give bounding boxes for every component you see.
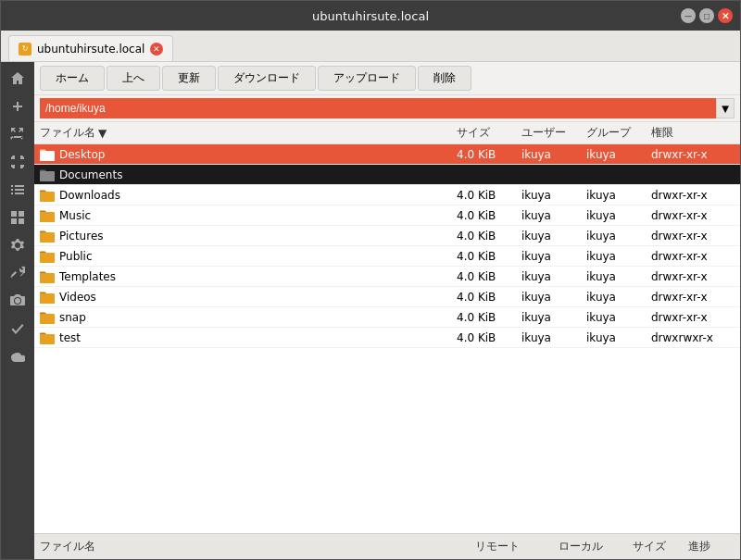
- maximize-button[interactable]: □: [699, 8, 714, 23]
- svg-rect-15: [40, 293, 46, 295]
- window-controls: ─ □ ✕: [681, 8, 733, 23]
- table-row[interactable]: Documents: [34, 165, 740, 185]
- file-rows: Desktop 4.0 KiB ikuya ikuya drwxr-xr-x D…: [34, 144, 740, 348]
- col-permissions: 権限: [651, 125, 735, 141]
- table-row[interactable]: snap 4.0 KiB ikuya ikuya drwxr-xr-x: [34, 307, 740, 328]
- svg-rect-5: [40, 192, 46, 193]
- file-name-cell: Music: [40, 209, 457, 222]
- folder-icon: [40, 331, 55, 344]
- svg-rect-1: [40, 151, 46, 153]
- tab-refresh-icon: ↻: [19, 43, 31, 56]
- col-filename[interactable]: ファイル名 ▼: [40, 125, 457, 141]
- col-size: サイズ: [457, 125, 521, 141]
- folder-icon: [40, 230, 55, 243]
- sidebar: [1, 62, 34, 559]
- col-user: ユーザー: [521, 125, 586, 141]
- table-row[interactable]: Pictures 4.0 KiB ikuya ikuya drwxr-xr-x: [34, 226, 740, 246]
- title-bar: ubuntuhirsute.local ─ □ ✕: [1, 1, 740, 31]
- table-row[interactable]: Templates 4.0 KiB ikuya ikuya drwxr-xr-x: [34, 267, 740, 287]
- tab-close-button[interactable]: ✕: [150, 43, 163, 56]
- folder-icon: [40, 291, 55, 304]
- path-bar: ▼: [34, 95, 740, 122]
- sidebar-compress-icon[interactable]: [5, 149, 31, 175]
- file-name-cell: Public: [40, 250, 457, 263]
- sidebar-cloud-icon[interactable]: [5, 343, 31, 369]
- tab-label: ubuntuhirsute.local: [37, 43, 144, 56]
- svg-rect-19: [40, 334, 46, 336]
- table-row[interactable]: Downloads 4.0 KiB ikuya ikuya drwxr-xr-x: [34, 185, 740, 205]
- sidebar-home-icon[interactable]: [5, 66, 31, 92]
- sidebar-list-icon[interactable]: [5, 177, 31, 203]
- tab-bar: ↻ ubuntuhirsute.local ✕: [1, 31, 740, 62]
- main-area: ホーム 上へ 更新 ダウンロード アップロード 削除 ▼ ファイル名 ▼: [34, 62, 740, 559]
- folder-icon: [40, 189, 55, 202]
- up-button[interactable]: 上へ: [107, 66, 160, 91]
- table-row[interactable]: Desktop 4.0 KiB ikuya ikuya drwxr-xr-x: [34, 144, 740, 165]
- sidebar-settings-icon[interactable]: [5, 232, 31, 258]
- svg-rect-3: [40, 171, 46, 173]
- download-button[interactable]: ダウンロード: [218, 66, 316, 91]
- folder-icon: [40, 311, 55, 324]
- folder-icon: [40, 250, 55, 263]
- table-row[interactable]: Public 4.0 KiB ikuya ikuya drwxr-xr-x: [34, 246, 740, 267]
- folder-icon: [40, 168, 55, 181]
- table-row[interactable]: Music 4.0 KiB ikuya ikuya drwxr-xr-x: [34, 205, 740, 226]
- sidebar-camera-icon[interactable]: [5, 288, 31, 314]
- close-button[interactable]: ✕: [718, 8, 733, 23]
- window-title: ubuntuhirsute.local: [312, 9, 429, 23]
- refresh-button[interactable]: 更新: [162, 66, 216, 91]
- tab-ubuntuhirsute[interactable]: ↻ ubuntuhirsute.local ✕: [8, 35, 173, 61]
- status-bar: ファイル名 リモート ローカル サイズ 進捗: [34, 533, 740, 559]
- status-progress-label: 進捗: [688, 539, 735, 554]
- file-name-cell: snap: [40, 311, 457, 324]
- svg-rect-13: [40, 273, 46, 275]
- col-group: グループ: [586, 125, 651, 141]
- file-list-container[interactable]: ファイル名 ▼ サイズ ユーザー グループ 権限: [34, 122, 740, 533]
- table-row[interactable]: Videos 4.0 KiB ikuya ikuya drwxr-xr-x: [34, 287, 740, 307]
- delete-button[interactable]: 削除: [418, 66, 471, 91]
- file-list-header: ファイル名 ▼ サイズ ユーザー グループ 権限: [34, 122, 740, 144]
- folder-icon: [40, 209, 55, 222]
- home-button[interactable]: ホーム: [40, 66, 105, 91]
- path-dropdown-button[interactable]: ▼: [716, 98, 735, 118]
- file-name-cell: Videos: [40, 291, 457, 304]
- svg-rect-7: [40, 212, 46, 214]
- svg-rect-17: [40, 314, 46, 316]
- table-row[interactable]: test 4.0 KiB ikuya ikuya drwxrwxr-x: [34, 328, 740, 348]
- status-local-label: ローカル: [559, 539, 633, 554]
- status-size-label: サイズ: [633, 539, 688, 554]
- status-remote-label: リモート: [475, 539, 559, 554]
- file-name-cell: Documents: [40, 168, 457, 181]
- file-name-cell: Desktop: [40, 148, 457, 161]
- folder-icon: [40, 270, 55, 283]
- sidebar-grid-icon[interactable]: [5, 205, 31, 230]
- minimize-button[interactable]: ─: [681, 8, 696, 23]
- sidebar-add-icon[interactable]: [5, 93, 31, 119]
- sidebar-check-icon[interactable]: [5, 316, 31, 342]
- file-name-cell: test: [40, 331, 457, 344]
- sidebar-wrench-icon[interactable]: [5, 260, 31, 286]
- file-name-cell: Pictures: [40, 230, 457, 243]
- sidebar-and-content: ホーム 上へ 更新 ダウンロード アップロード 削除 ▼ ファイル名 ▼: [1, 62, 740, 559]
- path-input[interactable]: [40, 98, 716, 118]
- upload-button[interactable]: アップロード: [318, 66, 416, 91]
- folder-icon: [40, 148, 55, 161]
- toolbar: ホーム 上へ 更新 ダウンロード アップロード 削除: [34, 62, 740, 95]
- file-name-cell: Downloads: [40, 189, 457, 202]
- status-filename-label: ファイル名: [40, 539, 475, 554]
- file-name-cell: Templates: [40, 270, 457, 283]
- svg-rect-9: [40, 232, 46, 234]
- main-window: ubuntuhirsute.local ─ □ ✕ ↻ ubuntuhirsut…: [0, 0, 741, 560]
- svg-rect-11: [40, 253, 46, 255]
- sidebar-expand-icon[interactable]: [5, 121, 31, 147]
